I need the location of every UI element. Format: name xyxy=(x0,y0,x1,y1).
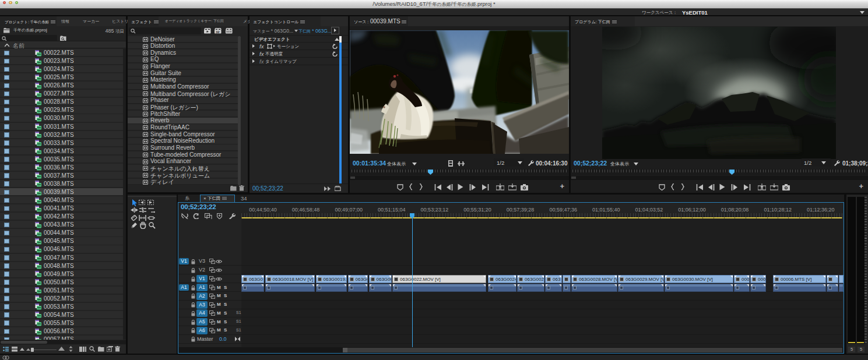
svg-text:32: 32 xyxy=(216,30,220,34)
